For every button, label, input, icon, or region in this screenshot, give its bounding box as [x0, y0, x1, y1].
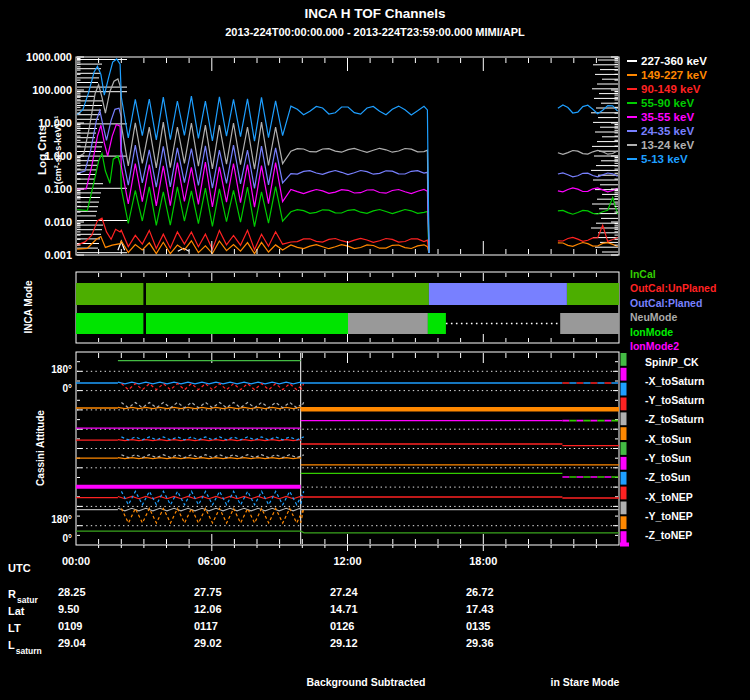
mode-legend-item: OutCal:UnPlaned — [630, 282, 716, 294]
legend-label: 55-90 keV — [641, 97, 694, 109]
ephemeris-value: 0126 — [330, 620, 354, 632]
legend-color-dash — [627, 88, 637, 91]
legend-label: 90-149 keV — [641, 83, 700, 95]
channel-legend-item: 13-24 keV — [627, 139, 694, 151]
ephemeris-value: 29.12 — [330, 637, 358, 649]
attitude-axis-tick-label: 180° — [0, 514, 72, 525]
mode-legend-item: OutCal:Planed — [630, 297, 702, 309]
ephemeris-value: 9.50 — [58, 603, 79, 615]
ephemeris-value: 0135 — [466, 620, 490, 632]
ephemeris-value: 29.02 — [194, 637, 222, 649]
mode-legend-item: InCal — [630, 268, 656, 280]
attitude-legend-item: -Z_toSaturn — [645, 413, 704, 425]
ephemeris-value: 0109 — [58, 620, 82, 632]
mode-legend-item: IonMode — [630, 326, 673, 338]
legend-label: 227-360 keV — [641, 55, 707, 67]
ephemeris-value: 29.04 — [58, 637, 86, 649]
legend-label: 13-24 keV — [641, 139, 694, 151]
y-tick-label: 0.001 — [0, 249, 72, 261]
footer-note-background-subtracted: Background Subtracted — [306, 676, 425, 688]
utc-axis-label: UTC — [8, 562, 31, 574]
legend-color-dash — [627, 60, 637, 63]
legend-color-dash — [627, 102, 637, 105]
legend-color-dash — [627, 144, 637, 147]
ephemeris-label-main: R — [8, 588, 16, 600]
y-tick-label: 0.100 — [0, 183, 72, 195]
attitude-axis-tick-label: 0° — [0, 383, 72, 394]
utc-tick-label: 18:00 — [469, 555, 497, 567]
legend-color-dash — [627, 158, 637, 161]
attitude-legend-item: -X_toSun — [645, 433, 691, 445]
ephemeris-row-label: Lsaturn — [8, 639, 41, 651]
plot-canvas: INCA H TOF Channels 2013-224T00:00:00.00… — [0, 0, 750, 700]
page-title: INCA H TOF Channels — [304, 6, 445, 21]
attitude-legend-item: -Z_toNEP — [645, 529, 692, 541]
ephemeris-label-subscript: satur — [17, 595, 38, 605]
ephemeris-value: 28.25 — [58, 586, 86, 598]
y-tick-label: 0.010 — [0, 216, 72, 228]
y-tick-label: 10.000 — [0, 117, 72, 129]
channel-legend-item: 35-55 keV — [627, 111, 694, 123]
legend-label: 149-227 keV — [641, 69, 707, 81]
ephemeris-value: 26.72 — [466, 586, 494, 598]
legend-label: 24-35 keV — [641, 125, 694, 137]
attitude-legend-item: -Y_toNEP — [645, 510, 693, 522]
mode-axis-label: INCA Mode — [23, 281, 34, 334]
legend-color-dash — [627, 74, 637, 77]
ephemeris-row-label: Rsatur — [8, 588, 37, 600]
mode-legend-item: NeuMode — [630, 311, 677, 323]
ephemeris-value: 17.43 — [466, 603, 494, 615]
utc-tick-label: 12:00 — [333, 555, 361, 567]
ephemeris-value: 0117 — [194, 620, 218, 632]
legend-label: 35-55 keV — [641, 111, 694, 123]
channel-legend-item: 24-35 keV — [627, 125, 694, 137]
attitude-legend-item: Spin/P_CK — [645, 356, 699, 368]
y-tick-label: 100.000 — [0, 84, 72, 96]
page-subtitle: 2013-224T00:00:00.000 - 2013-224T23:59:0… — [225, 26, 525, 38]
y-tick-label: 1000.000 — [0, 51, 72, 63]
ephemeris-label-main: LT — [8, 622, 21, 634]
attitude-legend-item: -X_toNEP — [645, 491, 693, 503]
footer-note-stare-mode: in Stare Mode — [551, 676, 620, 688]
attitude-legend-item: -Z_toSun — [645, 471, 691, 483]
utc-tick-label: 06:00 — [198, 555, 226, 567]
attitude-axis-tick-label: 180° — [0, 364, 72, 375]
legend-color-dash — [627, 130, 637, 133]
channel-legend-item: 90-149 keV — [627, 83, 700, 95]
ephemeris-row-label: Lat — [8, 605, 25, 617]
channel-legend-item: 5-13 keV — [627, 153, 688, 165]
y-tick-label: 1.000 — [0, 150, 72, 162]
ephemeris-label-main: Lat — [8, 605, 25, 617]
attitude-axis-label: Cassini Attitude — [35, 410, 46, 486]
ephemeris-label-main: L — [8, 639, 15, 651]
attitude-legend-item: -Y_toSaturn — [645, 394, 705, 406]
channel-legend-item: 227-360 keV — [627, 55, 707, 67]
legend-color-dash — [627, 116, 637, 119]
ephemeris-row-label: LT — [8, 622, 21, 634]
attitude-legend-item: -Y_toSun — [645, 452, 691, 464]
utc-tick-label: 00:00 — [62, 555, 90, 567]
channel-legend-item: 55-90 keV — [627, 97, 694, 109]
ephemeris-value: 12.06 — [194, 603, 222, 615]
ephemeris-value: 14.71 — [330, 603, 358, 615]
ephemeris-value: 29.36 — [466, 637, 494, 649]
legend-label: 5-13 keV — [641, 153, 688, 165]
mode-legend-item: IonMode2 — [630, 340, 679, 352]
ephemeris-label-subscript: saturn — [16, 646, 42, 656]
ephemeris-value: 27.24 — [330, 586, 358, 598]
attitude-legend-item: -X_toSaturn — [645, 375, 705, 387]
channel-legend-item: 149-227 keV — [627, 69, 707, 81]
attitude-axis-tick-label: 0° — [0, 533, 72, 544]
ephemeris-value: 27.75 — [194, 586, 222, 598]
